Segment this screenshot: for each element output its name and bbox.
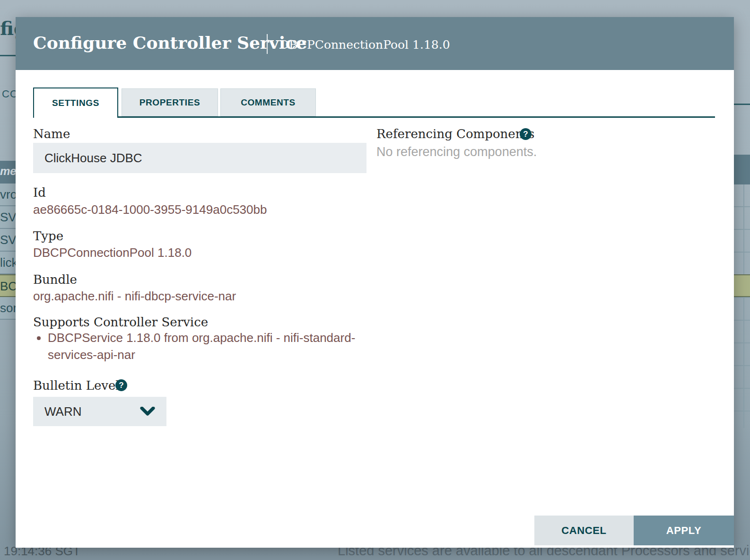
- bg-page-title-fragment: fig: [0, 17, 16, 42]
- bg-grid-line: [743, 184, 744, 428]
- title-separator: [267, 34, 268, 54]
- bg-grid-line: [734, 342, 750, 343]
- bg-table-row: SVR: [0, 229, 16, 252]
- bg-table-grid-right: [734, 184, 750, 428]
- name-input[interactable]: [33, 143, 366, 173]
- bg-header-underline: [0, 55, 16, 56]
- bg-table-row: vro: [0, 184, 16, 206]
- bg-grid-line: [734, 297, 750, 298]
- tab-settings[interactable]: SETTINGS: [33, 88, 118, 118]
- bg-grid-line: [734, 229, 750, 230]
- dialog-header: Configure Controller Service DBCPConnect…: [16, 17, 734, 70]
- bg-table-header-fragment: me: [0, 161, 16, 184]
- bg-grid-line: [734, 388, 750, 389]
- bg-tab-underline-right: [734, 104, 750, 105]
- chevron-down-icon: [140, 407, 155, 416]
- bg-grid-line: [734, 206, 750, 207]
- bundle-label: Bundle: [33, 272, 77, 287]
- supports-controller-service-list: DBCPService 1.18.0 from org.apache.nifi …: [36, 329, 369, 363]
- configure-controller-service-dialog: Configure Controller Service DBCPConnect…: [16, 17, 734, 548]
- referencing-components-help-icon[interactable]: ?: [520, 128, 532, 140]
- name-label: Name: [33, 127, 70, 141]
- no-referencing-components-text: No referencing components.: [376, 145, 537, 159]
- cancel-button[interactable]: CANCEL: [534, 516, 634, 545]
- bg-grid-line: [734, 365, 750, 366]
- referencing-components-label: Referencing Components: [376, 127, 534, 141]
- id-label: Id: [33, 185, 46, 200]
- dialog-subtitle: DBCPConnectionPool 1.18.0: [279, 38, 450, 52]
- bg-grid-line: [734, 320, 750, 321]
- type-value: DBCPConnectionPool 1.18.0: [33, 245, 192, 260]
- bulletin-level-label: Bulletin Level: [33, 378, 120, 393]
- bg-grid-line: [734, 411, 750, 411]
- bg-table-row: son: [0, 297, 16, 320]
- id-value: ae86665c-0184-1000-3955-9149a0c530bb: [33, 202, 267, 217]
- bg-table-row: lick: [0, 252, 16, 274]
- bg-grid-line: [734, 252, 750, 253]
- supports-controller-service-label: Supports Controller Service: [33, 315, 208, 329]
- bulletin-level-value: WARN: [33, 404, 140, 419]
- bg-right-strip: [734, 0, 750, 560]
- dialog-title: Configure Controller Service: [33, 33, 306, 52]
- bg-table-header-right: [734, 155, 750, 184]
- tab-underline: [33, 116, 715, 118]
- bundle-value: org.apache.nifi - nifi-dbcp-service-nar: [33, 289, 236, 304]
- bulletin-level-help-icon[interactable]: ?: [115, 379, 127, 391]
- type-label: Type: [33, 229, 63, 243]
- bg-tab-fragment: CO: [2, 88, 16, 101]
- bg-table-row-selected-right: [734, 274, 750, 297]
- nifi-screen: fig CO me vro SVR SVR lick BCP son: [0, 0, 750, 560]
- bg-table-row: SVR: [0, 206, 16, 229]
- bulletin-level-dropdown[interactable]: WARN: [33, 397, 166, 426]
- supports-controller-service-item: DBCPService 1.18.0 from org.apache.nifi …: [48, 329, 369, 363]
- tab-comments[interactable]: COMMENTS: [220, 88, 316, 116]
- tab-properties[interactable]: PROPERTIES: [122, 88, 218, 116]
- apply-button[interactable]: APPLY: [634, 516, 734, 545]
- bg-table-row-selected: BCP: [0, 274, 16, 297]
